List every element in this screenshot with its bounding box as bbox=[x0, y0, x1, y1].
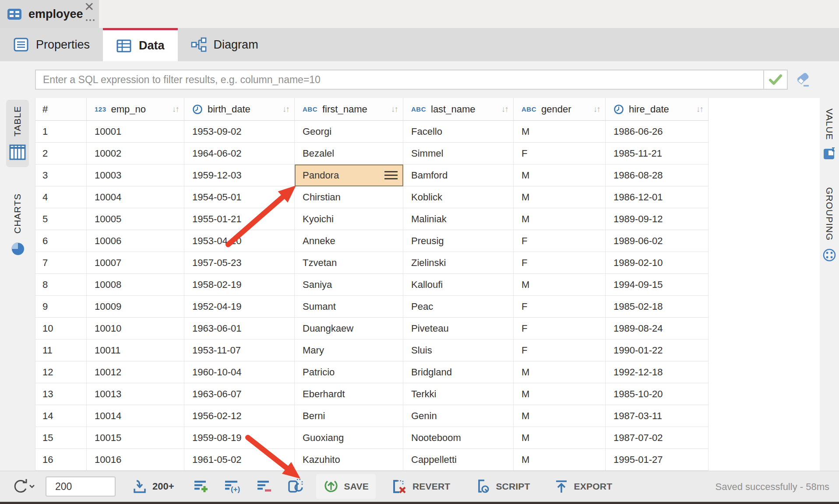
data-cell-hire_date[interactable]: 1986-08-28 bbox=[606, 164, 709, 186]
delete-row-button[interactable] bbox=[256, 478, 272, 495]
data-cell-last_name[interactable]: Facello bbox=[403, 121, 514, 143]
data-cell-hire_date[interactable]: 1985-02-18 bbox=[606, 296, 709, 318]
data-cell-gender[interactable]: M bbox=[514, 361, 606, 383]
sidebar-tab-table[interactable]: TABLE bbox=[6, 100, 29, 167]
data-cell-last_name[interactable]: Sluis bbox=[403, 340, 514, 361]
fetch-next-page-button[interactable]: 200+ bbox=[131, 478, 174, 495]
data-cell-first_name[interactable]: Saniya bbox=[295, 274, 403, 296]
revert-button[interactable]: REVERT bbox=[384, 474, 457, 499]
data-cell-emp_no[interactable]: 10013 bbox=[87, 383, 184, 405]
data-cell-emp_no[interactable]: 10015 bbox=[87, 427, 184, 449]
data-cell-first_name[interactable]: Sumant bbox=[295, 296, 403, 318]
data-cell-birth_date[interactable]: 1954-05-01 bbox=[184, 186, 295, 208]
data-cell-last_name[interactable]: Nooteboom bbox=[403, 427, 514, 449]
data-cell-first_name[interactable]: Anneke bbox=[295, 230, 403, 252]
data-cell-first_name[interactable]: Eberhardt bbox=[295, 383, 403, 405]
data-cell-emp_no[interactable]: 10008 bbox=[87, 274, 184, 296]
data-cell-birth_date[interactable]: 1956-02-12 bbox=[184, 405, 295, 427]
data-cell-hire_date[interactable]: 1989-08-24 bbox=[606, 318, 709, 340]
data-cell-birth_date[interactable]: 1953-11-07 bbox=[184, 340, 295, 361]
data-cell-hire_date[interactable]: 1986-06-26 bbox=[606, 121, 709, 143]
data-cell-gender[interactable]: M bbox=[514, 186, 606, 208]
data-cell-emp_no[interactable]: 10004 bbox=[87, 186, 184, 208]
data-cell-emp_no[interactable]: 10012 bbox=[87, 361, 184, 383]
data-cell-last_name[interactable]: Kalloufi bbox=[403, 274, 514, 296]
data-cell-emp_no[interactable]: 10002 bbox=[87, 143, 184, 164]
data-cell-gender[interactable]: M bbox=[514, 427, 606, 449]
sidebar-tab-grouping[interactable]: GROUPING bbox=[820, 181, 839, 268]
data-cell-birth_date[interactable]: 1955-01-21 bbox=[184, 208, 295, 230]
data-cell-hire_date[interactable]: 1987-03-11 bbox=[606, 405, 709, 427]
more-options-icon[interactable] bbox=[86, 19, 95, 21]
data-cell-last_name[interactable]: Terkki bbox=[403, 383, 514, 405]
data-cell-first_name[interactable]: Mary bbox=[295, 340, 403, 361]
data-cell-birth_date[interactable]: 1964-06-02 bbox=[184, 143, 295, 164]
tab-data[interactable]: Data bbox=[103, 28, 178, 61]
data-cell-gender[interactable]: F bbox=[514, 296, 606, 318]
data-cell-hire_date[interactable]: 1985-10-20 bbox=[606, 383, 709, 405]
data-cell-emp_no[interactable]: 10005 bbox=[87, 208, 184, 230]
editor-tab-employee[interactable]: employee ✕ bbox=[0, 0, 99, 28]
data-cell-first_name[interactable]: Berni bbox=[295, 405, 403, 427]
sidebar-tab-charts[interactable]: CHARTS bbox=[7, 187, 28, 262]
data-cell-hire_date[interactable]: 1987-07-02 bbox=[606, 427, 709, 449]
column-header-hire_date[interactable]: hire_date↓↑ bbox=[606, 98, 709, 121]
data-cell-emp_no[interactable]: 10006 bbox=[87, 230, 184, 252]
data-cell-last_name[interactable]: Preusig bbox=[403, 230, 514, 252]
data-cell-birth_date[interactable]: 1953-09-02 bbox=[184, 121, 295, 143]
data-cell-last_name[interactable]: Maliniak bbox=[403, 208, 514, 230]
data-cell-hire_date[interactable]: 1990-01-22 bbox=[606, 340, 709, 361]
data-cell-gender[interactable]: M bbox=[514, 208, 606, 230]
data-cell-hire_date[interactable]: 1986-12-01 bbox=[606, 186, 709, 208]
data-cell-last_name[interactable]: Piveteau bbox=[403, 318, 514, 340]
data-cell-birth_date[interactable]: 1959-12-03 bbox=[184, 164, 295, 186]
data-cell-emp_no[interactable]: 10003 bbox=[87, 164, 184, 186]
data-cell-hire_date[interactable]: 1989-02-10 bbox=[606, 252, 709, 274]
data-cell-birth_date[interactable]: 1963-06-07 bbox=[184, 383, 295, 405]
sql-filter-input[interactable] bbox=[35, 70, 764, 90]
data-cell-birth_date[interactable]: 1960-10-04 bbox=[184, 361, 295, 383]
column-header-gender[interactable]: ABCgender↓↑ bbox=[514, 98, 606, 121]
data-cell-hire_date[interactable]: 1995-01-27 bbox=[606, 449, 709, 471]
apply-filter-button[interactable] bbox=[764, 70, 788, 90]
data-cell-first_name[interactable]: Duangkaew bbox=[295, 318, 403, 340]
data-cell-last_name[interactable]: Peac bbox=[403, 296, 514, 318]
data-cell-hire_date[interactable]: 1992-12-18 bbox=[606, 361, 709, 383]
data-cell-gender[interactable]: F bbox=[514, 143, 606, 164]
sidebar-tab-value[interactable]: VALUE bbox=[820, 102, 839, 166]
data-cell-birth_date[interactable]: 1953-04-20 bbox=[184, 230, 295, 252]
data-cell-emp_no[interactable]: 10001 bbox=[87, 121, 184, 143]
refresh-button[interactable] bbox=[11, 478, 36, 495]
data-cell-birth_date[interactable]: 1952-04-19 bbox=[184, 296, 295, 318]
data-cell-last_name[interactable]: Simmel bbox=[403, 143, 514, 164]
data-cell-hire_date[interactable]: 1994-09-15 bbox=[606, 274, 709, 296]
cell-menu-icon[interactable] bbox=[384, 171, 398, 179]
data-cell-first_name[interactable]: Chirstian bbox=[295, 186, 403, 208]
data-cell-birth_date[interactable]: 1957-05-23 bbox=[184, 252, 295, 274]
data-cell-emp_no[interactable]: 10007 bbox=[87, 252, 184, 274]
data-cell-first_name[interactable]: Kyoichi bbox=[295, 208, 403, 230]
data-cell-emp_no[interactable]: 10011 bbox=[87, 340, 184, 361]
sort-icon[interactable]: ↓↑ bbox=[172, 105, 179, 114]
tab-diagram[interactable]: Diagram bbox=[178, 28, 271, 61]
data-cell-last_name[interactable]: Bridgland bbox=[403, 361, 514, 383]
data-cell-gender[interactable]: M bbox=[514, 164, 606, 186]
tab-properties[interactable]: Properties bbox=[0, 28, 103, 61]
data-cell-emp_no[interactable]: 10009 bbox=[87, 296, 184, 318]
data-cell-emp_no[interactable]: 10014 bbox=[87, 405, 184, 427]
data-cell-last_name[interactable]: Cappelletti bbox=[403, 449, 514, 471]
data-cell-last_name[interactable]: Koblick bbox=[403, 186, 514, 208]
data-cell-hire_date[interactable]: 1989-09-12 bbox=[606, 208, 709, 230]
data-cell-first_name[interactable]: Kazuhito bbox=[295, 449, 403, 471]
data-cell-last_name[interactable]: Zielinski bbox=[403, 252, 514, 274]
column-header-last_name[interactable]: ABClast_name↓↑ bbox=[403, 98, 514, 121]
data-cell-gender[interactable]: F bbox=[514, 230, 606, 252]
data-cell-first_name[interactable]: Pandora bbox=[295, 164, 403, 186]
data-cell-emp_no[interactable]: 10010 bbox=[87, 318, 184, 340]
data-cell-gender[interactable]: M bbox=[514, 274, 606, 296]
data-cell-first_name[interactable]: Bezalel bbox=[295, 143, 403, 164]
data-cell-gender[interactable]: F bbox=[514, 340, 606, 361]
data-cell-emp_no[interactable]: 10016 bbox=[87, 449, 184, 471]
data-cell-gender[interactable]: M bbox=[514, 121, 606, 143]
column-header-birth_date[interactable]: birth_date↓↑ bbox=[184, 98, 295, 121]
